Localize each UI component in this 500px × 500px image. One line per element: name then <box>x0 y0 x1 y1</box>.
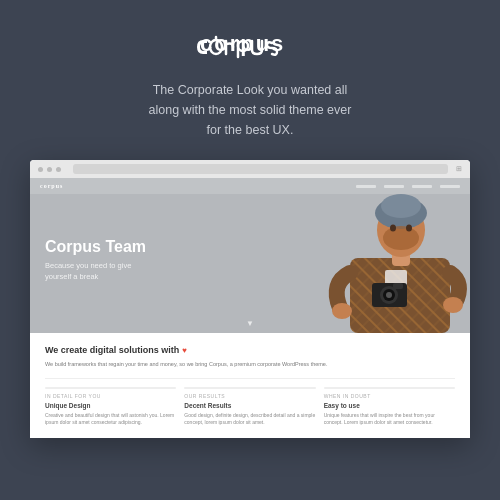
feature-item-3: When in doubt Easy to use Unique feature… <box>324 387 455 426</box>
tagline-text: The Corporate Look you wanted all along … <box>140 80 360 140</box>
feature-title-3: Easy to use <box>324 402 455 409</box>
svg-rect-22 <box>393 283 403 289</box>
feature-label-3: When in doubt <box>324 393 455 399</box>
svg-point-15 <box>383 226 419 250</box>
hero-section: corpus Corpus Team Because you need to g… <box>30 178 470 333</box>
content-section: We create digital solutions with ♥ We bu… <box>30 333 470 438</box>
hero-nav-logo: corpus <box>40 183 63 189</box>
feature-label-1: In detail for you <box>45 393 176 399</box>
content-description: We build frameworks that regain your tim… <box>45 360 345 368</box>
feature-desc-2: Good design, definite design, described … <box>184 412 315 426</box>
features-list: In detail for you Unique Design Creative… <box>45 387 455 426</box>
feature-desc-1: Creative and beautiful design that will … <box>45 412 176 426</box>
feature-item-2: Our results Decent Results Good design, … <box>184 387 315 426</box>
browser-dot-3 <box>56 167 61 172</box>
feature-desc-3: Unique features that will inspire the be… <box>324 412 455 426</box>
feature-line-1 <box>45 387 176 389</box>
hero-text-block: Corpus Team Because you need to give you… <box>30 217 161 302</box>
hero-title: Corpus Team <box>45 237 146 256</box>
feature-title-1: Unique Design <box>45 402 176 409</box>
svg-point-23 <box>332 303 352 319</box>
browser-mockup: ⊞ corpus Corpus Team Because you need to… <box>30 160 470 438</box>
svg-point-21 <box>386 292 392 298</box>
svg-point-14 <box>381 194 421 218</box>
feature-line-3 <box>324 387 455 389</box>
browser-toolbar: ⊞ <box>30 160 470 178</box>
browser-dot-1 <box>38 167 43 172</box>
svg-point-17 <box>406 225 412 232</box>
browser-expand-button: ⊞ <box>456 165 462 173</box>
svg-point-24 <box>443 297 463 313</box>
content-title: We create digital solutions with ♥ <box>45 345 455 355</box>
hero-person-image <box>320 178 470 333</box>
browser-dot-2 <box>47 167 52 172</box>
corpus-logo: corpus <box>195 28 305 62</box>
browser-url-bar <box>73 164 448 174</box>
hero-chevron-down: ▼ <box>244 317 256 329</box>
svg-point-16 <box>390 225 396 232</box>
feature-line-2 <box>184 387 315 389</box>
hero-subtitle: Because you need to give yourself a brea… <box>45 261 145 282</box>
feature-title-2: Decent Results <box>184 402 315 409</box>
section-divider <box>45 378 455 379</box>
feature-label-2: Our results <box>184 393 315 399</box>
feature-item-1: In detail for you Unique Design Creative… <box>45 387 176 426</box>
header-section: corpus The Corpora <box>0 0 500 160</box>
heart-icon: ♥ <box>182 346 187 355</box>
